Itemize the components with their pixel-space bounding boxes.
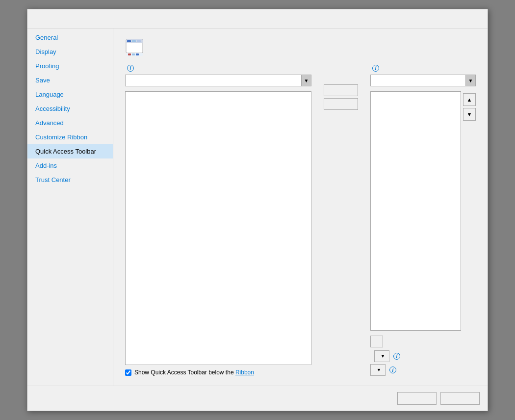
left-info-icon[interactable]: i (127, 65, 134, 72)
right-dropdown-row: ▼ (370, 75, 476, 86)
ribbon-link[interactable]: Ribbon (235, 369, 254, 376)
section-header (125, 38, 476, 57)
help-button[interactable] (458, 13, 469, 24)
show-toolbar-label: Show Quick Access Toolbar below the Ribb… (134, 369, 254, 376)
svg-rect-8 (136, 53, 139, 55)
svg-rect-7 (132, 53, 135, 55)
dialog-body: GeneralDisplayProofingSaveLanguageAccess… (27, 28, 488, 386)
right-dropdown[interactable] (370, 75, 466, 86)
left-dropdown-row: ▼ (125, 75, 311, 86)
sidebar-item-add-ins[interactable]: Add-ins (27, 158, 113, 173)
svg-rect-4 (137, 40, 141, 42)
reset-arrow: ▼ (381, 354, 385, 359)
sidebar-item-general[interactable]: General (27, 30, 113, 45)
right-dropdown-arrow[interactable]: ▼ (466, 75, 476, 86)
cancel-button[interactable] (440, 392, 480, 405)
show-toolbar-checkbox[interactable] (125, 369, 131, 376)
bottom-bar (27, 386, 488, 411)
modify-button[interactable] (370, 336, 383, 347)
move-down-button[interactable]: ▼ (463, 108, 476, 121)
close-button[interactable] (471, 13, 482, 24)
title-bar (27, 9, 488, 28)
reset-button[interactable]: ▼ (374, 350, 389, 362)
sidebar-item-display[interactable]: Display (27, 45, 113, 59)
move-up-button[interactable]: ▲ (463, 93, 476, 106)
show-toolbar-row: Show Quick Access Toolbar below the Ribb… (125, 369, 311, 376)
import-export-button[interactable]: ▼ (370, 364, 386, 376)
sidebar-item-proofing[interactable]: Proofing (27, 59, 113, 73)
ok-button[interactable] (397, 392, 437, 405)
sidebar-item-accessibility[interactable]: Accessibility (27, 102, 113, 116)
left-panel: i ▼ Show Quick Access Toolbar below the … (125, 65, 311, 376)
sidebar-item-language[interactable]: Language (27, 87, 113, 102)
reset-info-icon[interactable]: i (393, 353, 400, 360)
svg-rect-3 (132, 40, 136, 42)
remove-button[interactable] (324, 98, 358, 110)
customizations-row: ▼ i (370, 350, 476, 362)
word-options-dialog: GeneralDisplayProofingSaveLanguageAccess… (27, 9, 488, 411)
sidebar: GeneralDisplayProofingSaveLanguageAccess… (27, 28, 113, 386)
right-list-wrapper (370, 91, 461, 336)
right-up-down-buttons: ▲ ▼ (463, 91, 476, 336)
sidebar-item-save[interactable]: Save (27, 73, 113, 87)
sidebar-item-quick-access-toolbar[interactable]: Quick Access Toolbar (27, 144, 113, 158)
sidebar-item-advanced[interactable]: Advanced (27, 116, 113, 130)
left-dropdown[interactable] (125, 75, 302, 86)
import-export-arrow: ▼ (377, 368, 381, 372)
quick-access-toolbar-icon (125, 38, 144, 57)
title-bar-buttons (458, 13, 482, 24)
right-panel: i ▼ (370, 65, 476, 376)
right-commands-list[interactable] (370, 91, 461, 331)
main-content: i ▼ Show Quick Access Toolbar below the … (113, 28, 488, 386)
import-export-row: ▼ i (370, 364, 476, 376)
left-label-row: i (125, 65, 311, 72)
right-panel-inner: ▲ ▼ (370, 91, 476, 336)
svg-rect-6 (128, 53, 131, 55)
sidebar-item-trust-center[interactable]: Trust Center (27, 173, 113, 187)
svg-rect-2 (127, 40, 131, 42)
right-info-icon[interactable]: i (372, 65, 379, 72)
sidebar-item-customize-ribbon[interactable]: Customize Ribbon (27, 130, 113, 144)
two-panel: i ▼ Show Quick Access Toolbar below the … (125, 65, 476, 376)
right-label-row: i (370, 65, 476, 72)
commands-list[interactable] (125, 91, 311, 365)
add-button[interactable] (324, 84, 358, 96)
import-export-info-icon[interactable]: i (389, 367, 396, 373)
left-dropdown-arrow[interactable]: ▼ (302, 75, 311, 86)
middle-buttons (321, 65, 360, 376)
